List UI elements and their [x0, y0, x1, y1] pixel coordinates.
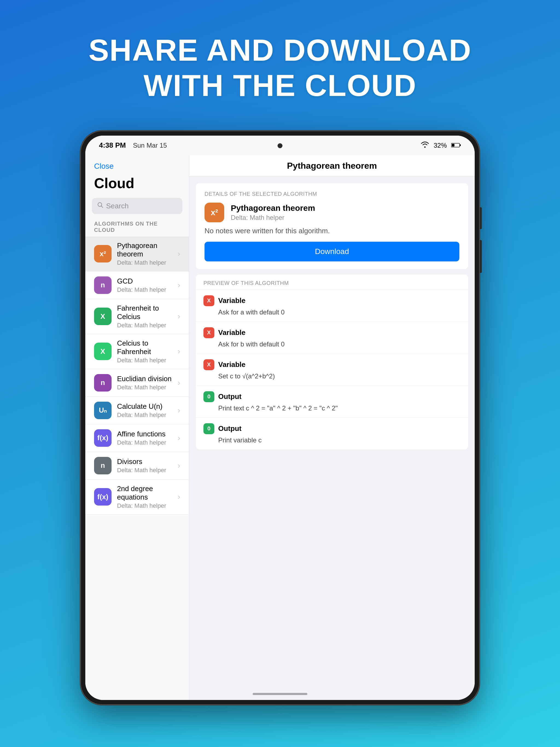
panel-header: Pythagorean theorem: [189, 155, 475, 177]
algo-detail-author: Delta: Math helper: [231, 214, 315, 222]
sidebar-algo-item[interactable]: X Fahrenheit to Celcius Delta: Math help…: [85, 299, 189, 334]
step-type: Variable: [218, 297, 246, 305]
sidebar-algo-item[interactable]: Uₙ Calculate U(n) Delta: Math helper ›: [85, 397, 189, 424]
algo-info: GCD Delta: Math helper: [117, 277, 172, 293]
algo-info: Celcius to Fahrenheit Delta: Math helper: [117, 339, 172, 364]
step-header: X Variable: [203, 359, 460, 370]
steps-list: X Variable Ask for a with default 0 X Va…: [196, 289, 468, 449]
step-description: Ask for a with default 0: [203, 308, 460, 316]
hero-title: SHARE AND DOWNLOAD WITH THE CLOUD: [61, 33, 499, 103]
step-badge: X: [203, 327, 214, 338]
step-badge: X: [203, 295, 214, 306]
algo-icon-text: n: [101, 461, 105, 470]
sidebar-algo-item[interactable]: n GCD Delta: Math helper ›: [85, 272, 189, 299]
algo-author: Delta: Math helper: [117, 384, 172, 391]
sidebar-algo-item[interactable]: f(x) 2nd degree equations Delta: Math he…: [85, 480, 189, 515]
no-notes-text: No notes were written for this algorithm…: [205, 227, 459, 235]
chevron-right-icon: ›: [178, 379, 180, 387]
algorithm-list: x² Pythagorean theorem Delta: Math helpe…: [85, 236, 189, 700]
algo-info: Affine functions Delta: Math helper: [117, 430, 172, 446]
main-panel: Pythagorean theorem DETAILS OF THE SELEC…: [189, 155, 475, 700]
sidebar-algo-item[interactable]: n Euclidian division Delta: Math helper …: [85, 369, 189, 397]
algo-detail-icon-text: x²: [211, 208, 218, 217]
algo-detail-info: Pythagorean theorem Delta: Math helper: [231, 203, 315, 222]
close-button[interactable]: Close: [85, 162, 189, 175]
algo-author: Delta: Math helper: [117, 467, 172, 474]
algo-icon: x²: [94, 245, 111, 262]
step-header: X Variable: [203, 295, 460, 306]
algo-icon: n: [94, 277, 111, 294]
algo-icon-text: f(x): [97, 434, 108, 442]
algo-author: Delta: Math helper: [117, 439, 172, 446]
algo-icon-text: Uₙ: [99, 406, 107, 414]
step-badge-text: X: [207, 361, 210, 368]
chevron-right-icon: ›: [178, 461, 180, 470]
section-label: ALGORITHMS ON THE CLOUD: [85, 221, 189, 236]
algo-author: Delta: Math helper: [117, 259, 172, 266]
algo-author: Delta: Math helper: [117, 357, 172, 364]
step-item: 0 Output Print variable c: [196, 417, 468, 449]
home-bar: [253, 693, 307, 695]
ipad-device: 4:38 PM Sun Mar 15 32% Close: [80, 131, 480, 705]
preview-label: PREVIEW OF THIS ALGORITHM: [196, 275, 468, 289]
algo-info: Divisors Delta: Math helper: [117, 458, 172, 474]
step-badge: X: [203, 359, 214, 370]
algo-icon-text: X: [100, 312, 105, 321]
algo-icon: n: [94, 374, 111, 391]
panel-body: DETAILS OF THE SELECTED ALGORITHM x² Pyt…: [189, 177, 475, 700]
algo-info: Fahrenheit to Celcius Delta: Math helper: [117, 304, 172, 329]
algo-name: Euclidian division: [117, 375, 172, 383]
algo-name: GCD: [117, 277, 172, 285]
chevron-right-icon: ›: [178, 312, 180, 321]
wifi-icon: [421, 141, 429, 150]
sidebar-algo-item[interactable]: f(x) Affine functions Delta: Math helper…: [85, 424, 189, 452]
algo-author: Delta: Math helper: [117, 412, 172, 419]
svg-line-4: [101, 206, 103, 208]
chevron-right-icon: ›: [178, 347, 180, 356]
algo-name: 2nd degree equations: [117, 485, 172, 501]
algo-info: Pythagorean theorem Delta: Math helper: [117, 241, 172, 266]
algo-author: Delta: Math helper: [117, 502, 172, 509]
step-type: Output: [218, 424, 241, 433]
search-bar[interactable]: Search: [92, 198, 182, 214]
step-item: X Variable Ask for a with default 0: [196, 289, 468, 321]
algo-name: Calculate U(n): [117, 402, 172, 411]
chevron-right-icon: ›: [178, 249, 180, 258]
algo-icon: Uₙ: [94, 402, 111, 419]
download-button[interactable]: Download: [205, 242, 459, 261]
algo-name: Celcius to Fahrenheit: [117, 339, 172, 356]
sidebar-algo-item[interactable]: n Divisors Delta: Math helper ›: [85, 452, 189, 480]
ipad-screen: 4:38 PM Sun Mar 15 32% Close: [85, 136, 475, 700]
chevron-right-icon: ›: [178, 406, 180, 415]
search-icon: [97, 202, 103, 210]
step-badge: 0: [203, 391, 214, 402]
svg-rect-1: [460, 145, 461, 146]
algo-name: Fahrenheit to Celcius: [117, 304, 172, 321]
step-badge-text: X: [207, 298, 210, 304]
preview-section: PREVIEW OF THIS ALGORITHM X Variable Ask…: [196, 275, 468, 449]
sidebar-algo-item[interactable]: X Celcius to Fahrenheit Delta: Math help…: [85, 334, 189, 369]
volume-button: [480, 240, 482, 273]
algo-icon-text: n: [101, 281, 105, 289]
step-header: 0 Output: [203, 423, 460, 434]
chevron-right-icon: ›: [178, 281, 180, 289]
step-item: 0 Output Print text c ^ 2 = "a" ^ 2 + "b…: [196, 386, 468, 417]
algo-icon: X: [94, 308, 111, 325]
step-badge-text: 0: [207, 426, 210, 432]
step-description: Print text c ^ 2 = "a" ^ 2 + "b" ^ 2 = "…: [203, 404, 460, 412]
details-label: DETAILS OF THE SELECTED ALGORITHM: [205, 191, 459, 197]
details-section: DETAILS OF THE SELECTED ALGORITHM x² Pyt…: [196, 183, 468, 269]
step-type: Output: [218, 392, 241, 401]
algo-author: Delta: Math helper: [117, 286, 172, 293]
step-badge-text: 0: [207, 393, 210, 400]
sidebar-algo-item[interactable]: x² Pythagorean theorem Delta: Math helpe…: [85, 236, 189, 272]
sidebar-title: Cloud: [85, 175, 189, 198]
step-badge-text: X: [207, 330, 210, 336]
algo-icon: f(x): [94, 488, 111, 506]
status-time: 4:38 PM: [99, 141, 126, 150]
algo-icon-text: X: [100, 347, 105, 356]
algo-info: Euclidian division Delta: Math helper: [117, 375, 172, 391]
step-description: Ask for b with default 0: [203, 340, 460, 348]
battery-percentage: 32%: [434, 141, 447, 149]
step-item: X Variable Ask for b with default 0: [196, 321, 468, 354]
